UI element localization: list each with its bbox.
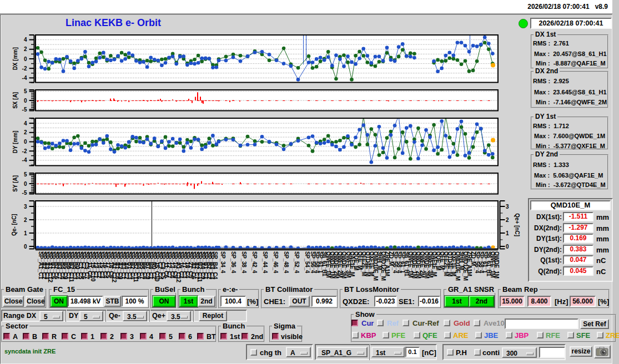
- svg-text:SP_52_4: SP_52_4: [294, 251, 300, 274]
- svg-text:SP_36_4: SP_36_4: [230, 251, 236, 274]
- svg-text:-4: -4: [22, 157, 27, 163]
- svg-text:SP_34_4: SP_34_4: [220, 251, 226, 274]
- svg-text:0: 0: [24, 139, 27, 145]
- svg-text:5: 5: [24, 171, 27, 178]
- svg-text:SP_42_4: SP_42_4: [251, 251, 258, 274]
- svg-text:SP_54_4: SP_54_4: [304, 251, 310, 274]
- svg-text:1: 1: [506, 230, 509, 236]
- svg-text:-5: -5: [22, 107, 27, 113]
- svg-text:-2: -2: [22, 65, 27, 72]
- svg-text:0: 0: [506, 244, 509, 250]
- svg-text:SP_44_4: SP_44_4: [262, 251, 268, 274]
- svg-text:DX [mm]: DX [mm]: [12, 47, 18, 70]
- svg-text:2: 2: [24, 129, 27, 135]
- svg-text:3: 3: [24, 204, 27, 210]
- svg-text:-5: -5: [22, 190, 27, 196]
- svg-text:SP_38_4: SP_38_4: [241, 251, 247, 274]
- svg-text:Qe+ [nC]: Qe+ [nC]: [514, 213, 520, 236]
- svg-text:0: 0: [24, 56, 27, 62]
- svg-text:1: 1: [24, 230, 27, 236]
- svg-text:0: 0: [24, 244, 27, 250]
- svg-text:QWDE_1M: QWDE_1M: [494, 251, 500, 278]
- svg-text:Qe- [nC]: Qe- [nC]: [11, 214, 17, 235]
- svg-text:SX [A]: SX [A]: [12, 92, 18, 109]
- svg-text:SP_46_4: SP_46_4: [273, 251, 279, 274]
- svg-text:SP_48_4: SP_48_4: [283, 251, 289, 274]
- svg-text:2: 2: [506, 217, 509, 223]
- svg-text:-4: -4: [22, 75, 27, 81]
- svg-text:2: 2: [24, 46, 27, 52]
- svg-text:4: 4: [24, 120, 27, 127]
- svg-text:0: 0: [24, 98, 27, 104]
- svg-text:-2: -2: [22, 148, 27, 154]
- svg-text:3: 3: [506, 204, 509, 210]
- svg-text:DY [mm]: DY [mm]: [12, 130, 18, 153]
- svg-text:5: 5: [24, 88, 27, 94]
- svg-text:0: 0: [24, 181, 27, 187]
- svg-text:4: 4: [24, 37, 27, 43]
- svg-text:SY [A]: SY [A]: [12, 175, 18, 192]
- svg-text:SP_B4_C4: SP_B4_C4: [212, 251, 219, 280]
- svg-text:2: 2: [24, 217, 27, 223]
